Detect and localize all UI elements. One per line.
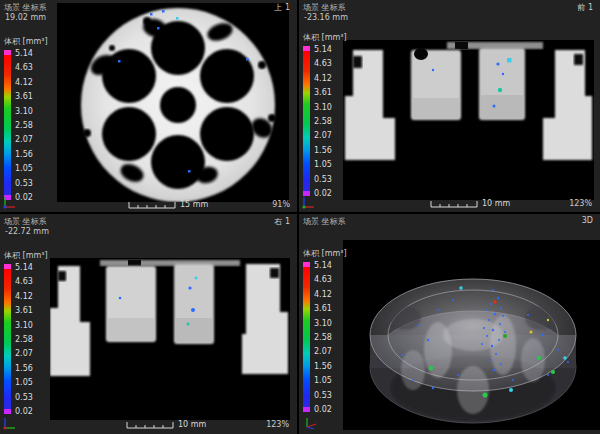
volume-colorbar[interactable]: 体积 [mm³] 5.144.634.123.613.102.582.071.5… [303, 32, 347, 198]
colorbar-tick: 0.53 [15, 180, 33, 188]
zoom-percentage: 91% [272, 200, 290, 209]
axis-triad-icon [303, 416, 319, 430]
viewport-right-slice[interactable]: 场景 坐标系 -22.72 mm 右 1 体积 [mm³] 5.144.634.… [0, 214, 297, 434]
coordinate-system-label: 场景 坐标系 [4, 2, 47, 13]
coordinate-system-label: 场景 坐标系 [303, 2, 346, 13]
colorbar-title: 体积 [mm³] [303, 32, 347, 43]
front-slice-canvas[interactable] [343, 40, 594, 200]
colorbar-tick: 3.10 [15, 322, 33, 330]
colorbar-tick: 3.61 [15, 93, 33, 101]
colorbar-tick: 3.10 [314, 104, 332, 112]
colorbar-tick: 0.02 [15, 194, 33, 202]
colorbar-gradient[interactable] [303, 262, 310, 412]
ruler-length-label: 10 mm [482, 200, 510, 208]
colorbar-tick: 1.05 [15, 379, 33, 387]
colorbar-tick: 1.05 [314, 161, 332, 169]
colorbar-tick: 0.53 [314, 392, 332, 400]
colorbar-tick: 1.56 [15, 365, 33, 373]
render-3d-image [343, 240, 600, 430]
colorbar-tick: 0.53 [15, 394, 33, 402]
colorbar-tick: 3.61 [15, 307, 33, 315]
view-name-label: 右 1 [274, 216, 290, 227]
volume-colorbar[interactable]: 体积 [mm³] 5.144.634.123.613.102.582.071.5… [4, 250, 48, 416]
colorbar-tick: 3.61 [314, 305, 332, 313]
colorbar-tick: 2.58 [15, 336, 33, 344]
right-slice-image [50, 258, 290, 420]
render-3d-canvas[interactable] [343, 240, 600, 430]
top-slice-canvas[interactable] [57, 3, 289, 202]
colorbar-tick: 4.63 [15, 278, 33, 286]
colorbar-tick: 2.58 [314, 118, 332, 126]
colorbar-tick: 1.56 [314, 147, 332, 155]
zoom-percentage: 123% [569, 199, 592, 208]
colorbar-tick: 0.02 [314, 190, 332, 198]
colorbar-tick: 5.14 [314, 46, 332, 54]
coordinate-system-label: 场景 坐标系 [4, 216, 47, 227]
viewport-front-slice[interactable]: 场景 坐标系 -23.16 mm 前 1 体积 [mm³] 5.144.634.… [299, 0, 600, 212]
colorbar-tick: 4.12 [15, 79, 33, 87]
colorbar-tick: 5.14 [314, 262, 332, 270]
colorbar-tick: 2.07 [314, 132, 332, 140]
right-slice-canvas[interactable] [50, 258, 290, 420]
viewport-top-slice[interactable]: 场景 坐标系 19.02 mm 上 1 体积 [mm³] 5.144.634.1… [0, 0, 297, 212]
colorbar-tick: 0.53 [314, 176, 332, 184]
colorbar-gradient[interactable] [4, 264, 11, 414]
ruler-ticks-icon [126, 421, 174, 429]
colorbar-tick: 1.56 [314, 363, 332, 371]
axis-triad-icon [3, 195, 17, 209]
front-slice-image [343, 40, 594, 200]
colorbar-tick: 3.10 [314, 320, 332, 328]
colorbar-tick: 1.56 [15, 151, 33, 159]
colorbar-title: 体积 [mm³] [4, 36, 48, 47]
colorbar-gradient[interactable] [303, 46, 310, 196]
colorbar-tick: 2.07 [15, 350, 33, 358]
colorbar-tick: 4.63 [314, 60, 332, 68]
zoom-percentage: 123% [266, 420, 289, 429]
colorbar-tick: 3.10 [15, 108, 33, 116]
colorbar-tick: 4.12 [314, 75, 332, 83]
colorbar-tick: 5.14 [15, 264, 33, 272]
colorbar-tick: 2.58 [314, 334, 332, 342]
colorbar-ticks: 5.144.634.123.613.102.582.071.561.050.53… [15, 264, 33, 416]
ruler-ticks-icon [430, 200, 478, 208]
volume-colorbar[interactable]: 体积 [mm³] 5.144.634.123.613.102.582.071.5… [4, 36, 48, 202]
colorbar-ticks: 5.144.634.123.613.102.582.071.561.050.53… [15, 50, 33, 202]
ct-analysis-window: 场景 坐标系 19.02 mm 上 1 体积 [mm³] 5.144.634.1… [0, 0, 600, 434]
ruler-length-label: 15 mm [180, 201, 208, 209]
ruler-length-label: 10 mm [178, 421, 206, 429]
colorbar-tick: 2.07 [15, 136, 33, 144]
top-slice-image [57, 3, 289, 202]
ruler-ticks-icon [128, 201, 176, 209]
axis-triad-icon [3, 416, 17, 430]
colorbar-tick: 4.12 [314, 291, 332, 299]
colorbar-tick: 4.63 [314, 276, 332, 284]
coordinate-system-label: 场景 坐标系 [303, 216, 346, 227]
colorbar-tick: 1.05 [314, 377, 332, 385]
colorbar-tick: 2.07 [314, 348, 332, 356]
view-name-label: 上 1 [274, 2, 290, 13]
colorbar-tick: 4.63 [15, 64, 33, 72]
colorbar-tick: 0.02 [314, 406, 332, 414]
colorbar-title: 体积 [mm³] [4, 250, 48, 261]
axis-triad-icon [302, 195, 316, 209]
colorbar-tick: 1.05 [15, 165, 33, 173]
colorbar-tick: 5.14 [15, 50, 33, 58]
colorbar-gradient[interactable] [4, 50, 11, 200]
scale-ruler: 10 mm [126, 421, 206, 429]
scale-ruler: 10 mm [430, 200, 510, 208]
slice-position: -22.72 mm [5, 227, 49, 236]
colorbar-tick: 3.61 [314, 89, 332, 97]
colorbar-tick: 2.58 [15, 122, 33, 130]
volume-colorbar[interactable]: 体积 [mm³] 5.144.634.123.613.102.582.071.5… [303, 248, 347, 414]
colorbar-ticks: 5.144.634.123.613.102.582.071.561.050.53… [314, 262, 332, 414]
colorbar-ticks: 5.144.634.123.613.102.582.071.561.050.53… [314, 46, 332, 198]
view-name-label: 前 1 [577, 2, 593, 13]
slice-position: -23.16 mm [304, 13, 348, 22]
colorbar-tick: 4.12 [15, 293, 33, 301]
colorbar-title: 体积 [mm³] [303, 248, 347, 259]
viewport-3d[interactable]: 场景 坐标系 3D 体积 [mm³] 5.144.634.123.613.102… [299, 214, 600, 434]
scale-ruler: 15 mm [128, 201, 208, 209]
slice-position: 19.02 mm [5, 13, 46, 22]
colorbar-tick: 0.02 [15, 408, 33, 416]
view-name-label: 3D [582, 216, 593, 225]
